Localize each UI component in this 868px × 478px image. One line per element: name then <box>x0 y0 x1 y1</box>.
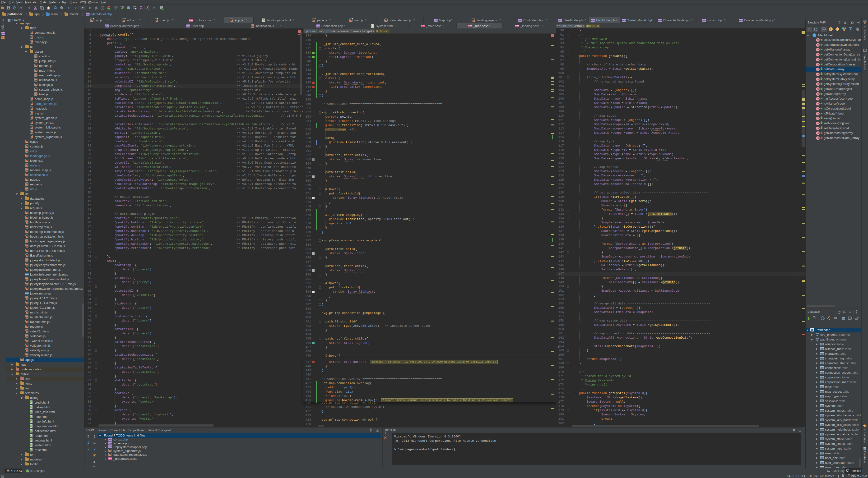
svg-text:A: A <box>61 7 62 9</box>
svg-text:6: 6 <box>809 28 811 30</box>
svg-text:?: ? <box>87 448 89 451</box>
svg-text:z: z <box>816 30 817 32</box>
svg-text:?: ? <box>153 6 155 10</box>
svg-text:VCS: VCS <box>114 6 118 8</box>
svg-text:8: 8 <box>809 30 811 32</box>
svg-text:DDL: DDL <box>855 318 858 320</box>
svg-text:QL: QL <box>849 317 851 319</box>
svg-text:VCS: VCS <box>121 6 124 8</box>
svg-text:c: c <box>837 28 838 31</box>
svg-text:a: a <box>816 28 817 30</box>
svg-text:QL: QL <box>843 311 846 313</box>
